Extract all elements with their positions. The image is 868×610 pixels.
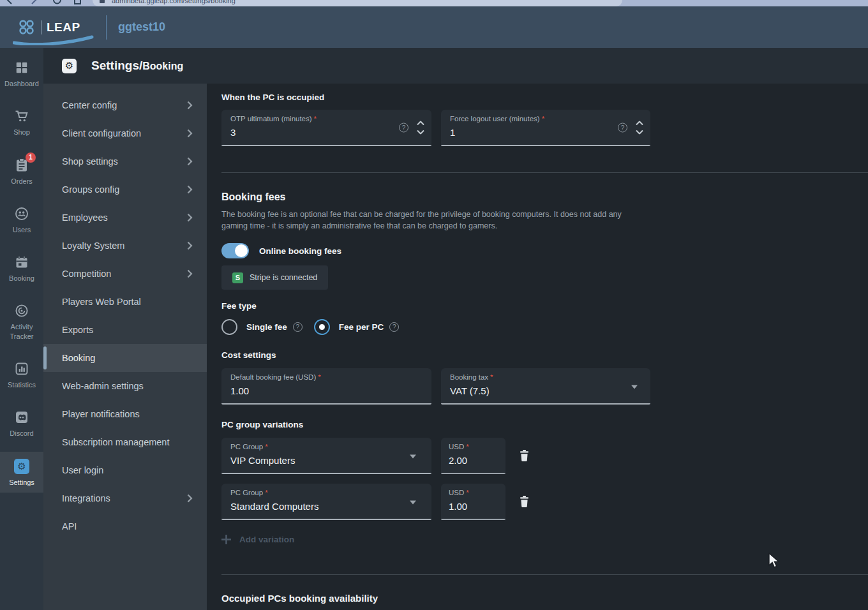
page-header: ⚙ Settings/ Booking [43, 48, 868, 84]
help-icon[interactable]: ? [293, 322, 303, 332]
submenu-item-api[interactable]: API [43, 512, 207, 540]
header-divider [106, 15, 107, 40]
number-stepper[interactable] [636, 121, 643, 134]
field-value: 2.00 [449, 455, 499, 466]
browser-back-icon[interactable] [5, 0, 14, 5]
browser-reload-icon[interactable] [52, 0, 62, 5]
calendar-icon [13, 254, 30, 271]
activity-tracker-icon [13, 302, 30, 319]
help-icon[interactable]: ? [389, 322, 399, 332]
app-logo[interactable]: LEAP [17, 12, 92, 43]
settings-submenu: Center config Client configuration Shop … [43, 84, 207, 610]
number-stepper[interactable] [417, 121, 424, 134]
logo-separator [41, 20, 41, 34]
chevron-right-icon [187, 129, 193, 138]
gg-logo-icon [17, 18, 36, 37]
field-label: USD [449, 489, 464, 496]
booking-tax-select[interactable]: Booking tax* VAT (7.5) [441, 368, 650, 405]
sidebar-item-settings[interactable]: ⚙ Settings [0, 452, 43, 493]
submenu-item-exports[interactable]: Exports [43, 316, 207, 344]
logo-swoosh-icon [13, 35, 94, 45]
add-variation-button[interactable]: Add variation [221, 535, 868, 544]
submenu-item-user-login[interactable]: User login [43, 456, 207, 484]
app-header: LEAP ggtest10 [0, 6, 868, 48]
sidebar-item-shop[interactable]: Shop [0, 101, 43, 142]
field-value: Standard Computers [230, 501, 424, 512]
submenu-item-subscription-management[interactable]: Subscription management [43, 428, 207, 456]
single-fee-radio[interactable] [221, 319, 237, 335]
section-title-occupied: When the PC is occupied [221, 93, 868, 102]
section-title-pc-group-variations: PC group variations [221, 420, 868, 429]
section-title-cost-settings: Cost settings [221, 350, 868, 360]
pc-group-select[interactable]: PC Group* VIP Computers [221, 438, 431, 474]
site-info-icon[interactable] [99, 0, 105, 4]
page-gear-icon: ⚙ [62, 59, 77, 73]
sidebar-item-label: Statistics [8, 380, 36, 389]
required-marker: * [265, 443, 267, 450]
pc-group-select[interactable]: PC Group* Standard Computers [221, 484, 431, 520]
submenu-item-center-config[interactable]: Center config [43, 91, 207, 119]
required-marker: * [466, 489, 468, 496]
sidebar-item-label: Activity Tracker [4, 322, 40, 341]
help-icon[interactable]: ? [618, 123, 627, 132]
required-marker: * [466, 443, 468, 450]
submenu-item-shop-settings[interactable]: Shop settings [43, 147, 207, 175]
radio-label-fee-per-pc: Fee per PC [339, 322, 384, 332]
discord-icon [13, 409, 30, 426]
toggle-label: Online booking fees [259, 246, 341, 256]
statistics-icon [13, 361, 30, 377]
browser-address-bar[interactable]: adminbeta.ggleap.com/settings/booking [93, 0, 622, 6]
submenu-item-integrations[interactable]: Integrations [43, 484, 207, 512]
trash-icon [520, 496, 529, 508]
field-label: USD [449, 443, 464, 450]
submenu-item-players-web-portal[interactable]: Players Web Portal [43, 288, 207, 316]
browser-toolbar: adminbeta.ggleap.com/settings/booking [0, 0, 868, 6]
sidebar-item-label: Shop [13, 128, 30, 137]
toggle-knob [235, 244, 248, 257]
browser-bookmark-icon[interactable] [73, 0, 82, 5]
submenu-item-booking[interactable]: Booking [43, 344, 207, 372]
force-logout-input[interactable]: Force logout user (minutes)* 1 ? [441, 110, 650, 146]
submenu-item-client-configuration[interactable]: Client configuration [43, 119, 207, 147]
cart-icon [13, 108, 30, 124]
submenu-item-web-admin-settings[interactable]: Web-admin settings [43, 372, 207, 400]
usd-input[interactable]: USD* 1.00 [441, 484, 505, 520]
browser-forward-icon[interactable] [29, 0, 38, 5]
sidebar-item-orders[interactable]: 1 Orders [0, 151, 43, 191]
field-value: 1.00 [449, 501, 499, 512]
otp-ultimatum-input[interactable]: OTP ultimatum (minutes)* 3 ? [221, 110, 431, 146]
settings-gear-icon: ⚙ [13, 458, 30, 475]
sidebar-item-label: Settings [9, 478, 34, 487]
booking-settings-panel: When the PC is occupied OTP ultimatum (m… [207, 84, 868, 610]
trash-icon [520, 450, 529, 462]
sidebar-item-label: Booking [9, 274, 34, 283]
delete-variation-button[interactable] [520, 450, 529, 462]
sidebar-item-booking[interactable]: Booking [0, 248, 43, 288]
online-booking-fees-toggle[interactable] [221, 243, 249, 258]
default-booking-fee-input[interactable]: Default booking fee (USD)* 1.00 [221, 368, 431, 405]
submenu-item-employees[interactable]: Employees [43, 204, 207, 232]
required-marker: * [490, 373, 493, 381]
sidebar-item-activity-tracker[interactable]: Activity Tracker [0, 296, 43, 346]
usd-input[interactable]: USD* 2.00 [441, 438, 505, 474]
orders-badge: 1 [26, 152, 36, 163]
sidebar-item-label: Orders [11, 177, 33, 186]
sidebar-item-users[interactable]: Users [0, 199, 43, 240]
workspace-name: ggtest10 [118, 20, 165, 34]
sidebar-item-statistics[interactable]: Statistics [0, 354, 43, 395]
chevron-right-icon [187, 157, 193, 166]
sidebar-item-label: Discord [10, 429, 33, 438]
field-label: OTP ultimatum (minutes) [230, 115, 312, 123]
submenu-item-competition[interactable]: Competition [43, 260, 207, 288]
chevron-right-icon [187, 269, 193, 278]
fee-per-pc-radio[interactable] [314, 319, 330, 335]
submenu-item-groups-config[interactable]: Groups config [43, 175, 207, 204]
submenu-item-player-notifications[interactable]: Player notifications [43, 400, 207, 428]
submenu-item-loyalty-system[interactable]: Loyalty System [43, 232, 207, 260]
delete-variation-button[interactable] [520, 496, 529, 508]
chevron-right-icon [187, 494, 193, 503]
sidebar-item-dashboard[interactable]: Dashboard [0, 53, 43, 94]
help-icon[interactable]: ? [399, 123, 408, 132]
sidebar-item-discord[interactable]: Discord [0, 403, 43, 443]
field-label: PC Group [230, 489, 263, 496]
